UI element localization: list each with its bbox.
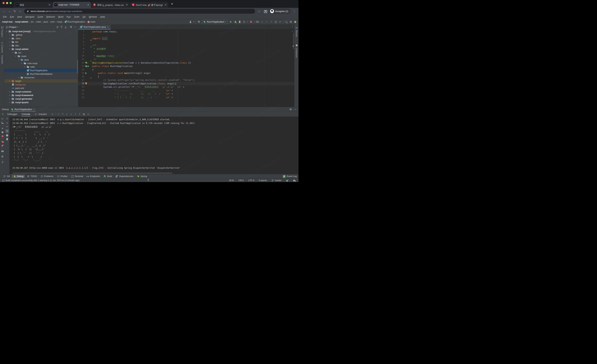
tool-window-button-dependencies[interactable]: Dependencies <box>114 175 135 178</box>
code-line[interactable]: 2 <box>78 33 294 37</box>
titanide-logo-icon[interactable] <box>294 20 297 23</box>
tree-row[interactable]: ▾main <box>4 54 78 58</box>
bulb-gutter-icon[interactable] <box>85 82 87 85</box>
profiler-button[interactable] <box>243 20 245 23</box>
tool-window-button-build[interactable]: Build <box>102 175 114 178</box>
git-branch-widget[interactable]: master <box>271 179 282 182</box>
run-configuration-select[interactable]: RuoYiApplication ▾ <box>202 20 228 24</box>
git-update-icon[interactable]: ↙ <box>261 20 264 23</box>
tool-window-button-problems[interactable]: Problems <box>39 175 55 178</box>
close-window-button[interactable] <box>2 2 5 4</box>
tree-row[interactable]: ▸ruoyi-generator <box>4 97 78 101</box>
stripe-label-project[interactable]: Project <box>1 30 3 37</box>
breadcrumb-item[interactable]: java <box>43 20 48 23</box>
tree-row[interactable]: ▾ruoyi-vue [ruoyi]~/workspace/ruoyi-vue <box>4 30 78 33</box>
bean-gutter-icon[interactable] <box>85 65 87 67</box>
tool-window-button-profiler[interactable]: Profiler <box>55 175 69 178</box>
readonly-lock-icon[interactable] <box>286 179 289 182</box>
tree-row[interactable]: ▸web <box>4 65 78 69</box>
browser-tab[interactable]: GRuoYi-Vue: 🎉 基于SpringBoot,✕ <box>130 2 168 8</box>
editor-options-kebab-icon[interactable]: ⋮ <box>291 25 293 28</box>
code-line[interactable]: 21 " | _ _ \\ \\ \\ / / \n" + <box>78 92 294 96</box>
rerun-icon[interactable]: ↻ <box>1 113 4 116</box>
menu-item-file[interactable]: File <box>1 15 8 18</box>
settings-icon[interactable]: ⚙ <box>1 155 4 158</box>
project-view-dropdown-icon[interactable]: ▾ <box>17 26 18 28</box>
code-line[interactable]: 13public class RuoYiApplication <box>78 64 294 68</box>
git-commit-icon[interactable]: ✓ <box>266 20 268 23</box>
window-controls[interactable] <box>1 0 14 8</box>
tree-row[interactable]: ▸.idea <box>4 37 78 40</box>
hide-debug-panel-icon[interactable]: — <box>294 108 297 111</box>
code-line[interactable]: 22 " | ( ' ) | \\ _. / ' \n" + <box>78 96 294 99</box>
project-scrollbar[interactable] <box>77 60 78 74</box>
incognito-badge[interactable]: Incognito (2) <box>269 8 291 14</box>
inspections-ok-icon[interactable]: ✓ <box>292 30 294 32</box>
stripe-label-database[interactable]: Database <box>295 48 298 58</box>
project-panel-title[interactable]: Project <box>9 26 16 28</box>
mute-breakpoints-icon[interactable] <box>1 144 4 147</box>
tool-window-button-spring[interactable]: Spring <box>135 175 148 178</box>
debug-tab-debugger[interactable]: Debugger <box>5 112 19 116</box>
pause-icon[interactable] <box>1 131 4 134</box>
soft-wrap-icon[interactable]: ↩ <box>6 125 8 128</box>
debug-session-tab[interactable]: RuoYiApplication ✕ <box>11 107 35 111</box>
code-line[interactable]: 18 SpringApplication.run(RuoYiApplicatio… <box>78 82 294 85</box>
debug-settings-gear-icon[interactable]: ⚙ <box>289 108 292 111</box>
commit-tool-icon[interactable] <box>1 42 4 44</box>
rollback-icon[interactable]: ↩ <box>279 20 282 23</box>
code-line[interactable]: 3+import ... <box>78 37 294 40</box>
rerun-icon[interactable]: ↻ <box>1 117 4 120</box>
browser-tab[interactable]: ‹t›项目✕ <box>14 2 52 8</box>
tree-chevron-icon[interactable]: ▸ <box>9 45 11 46</box>
reload-icon[interactable]: ↻ <box>12 9 17 13</box>
close-tab-icon[interactable]: ✕ <box>48 3 51 6</box>
step-into-icon[interactable]: ↓ <box>65 113 68 116</box>
breadcrumb-item[interactable]: com <box>50 20 55 23</box>
expand-all-icon[interactable] <box>60 26 63 28</box>
tree-chevron-icon[interactable]: ▸ <box>9 80 11 82</box>
menu-item-code[interactable]: Code <box>36 15 45 18</box>
event-log-button[interactable]: 2Event Log <box>283 175 297 178</box>
breadcrumb-item[interactable]: ruoyi-vue <box>2 20 13 23</box>
breadcrumb-item[interactable]: main <box>36 20 41 23</box>
tree-row[interactable]: ▾src <box>4 51 78 54</box>
editor-tab[interactable]: C RuoYiApplication.java ✕ <box>78 24 111 29</box>
home-icon[interactable]: ⌂ <box>18 9 22 13</box>
tree-row[interactable]: mpom.xml <box>4 86 78 90</box>
code-line[interactable]: 19 System.out.println("(♥◠‿◠)ﾉﾞ 若依启动成功 ლ… <box>78 85 294 89</box>
tree-chevron-icon[interactable]: ▾ <box>15 55 17 57</box>
menu-item-git[interactable]: Git <box>81 15 87 18</box>
run-to-cursor-icon[interactable]: ↧ <box>78 113 81 116</box>
resume-icon[interactable] <box>1 127 4 130</box>
tree-chevron-icon[interactable]: ▸ <box>9 98 11 100</box>
tool-window-button-debug[interactable]: Debug <box>12 175 25 178</box>
tree-chevron-icon[interactable]: ▾ <box>18 59 20 61</box>
git-push-icon[interactable]: ↗ <box>270 20 273 23</box>
status-window-icon[interactable] <box>2 179 4 182</box>
stripe-label-maven[interactable]: Maven <box>295 30 298 37</box>
menu-item-edit[interactable]: Edit <box>8 15 16 18</box>
tree-row[interactable]: ▾ruoyi-admin <box>4 47 78 51</box>
tool-window-button-endpoints[interactable]: Endpoints <box>85 175 102 178</box>
tree-chevron-icon[interactable]: ▸ <box>24 66 26 68</box>
tree-row[interactable]: ▾java <box>4 58 78 62</box>
code-line[interactable]: 8 * 启动程序 <box>78 47 294 51</box>
close-tab-icon[interactable]: ✕ <box>125 3 129 6</box>
tree-chevron-icon[interactable]: ▸ <box>9 41 11 43</box>
locate-file-icon[interactable]: ◎ <box>56 26 59 28</box>
pin-icon[interactable] <box>1 161 4 163</box>
debug-button[interactable] <box>234 20 237 23</box>
code-line[interactable]: 6 <box>78 40 294 44</box>
step-out-icon[interactable]: ↑ <box>74 113 77 116</box>
force-step-into-icon[interactable]: ⇓ <box>70 113 72 116</box>
menu-item-refactor[interactable]: Refactor <box>45 15 57 18</box>
tool-window-button-todo[interactable]: TODO <box>25 175 38 178</box>
tree-chevron-icon[interactable]: ▸ <box>18 77 20 78</box>
maven-icon[interactable]: m <box>295 26 298 29</box>
tree-chevron-icon[interactable]: ▸ <box>9 38 11 39</box>
scroll-to-end-icon[interactable]: ↧ <box>5 129 9 133</box>
menu-item-navigate[interactable]: Navigate <box>24 15 36 18</box>
close-session-icon[interactable]: ✕ <box>33 108 35 111</box>
tree-row[interactable]: ▸.github <box>4 33 78 37</box>
